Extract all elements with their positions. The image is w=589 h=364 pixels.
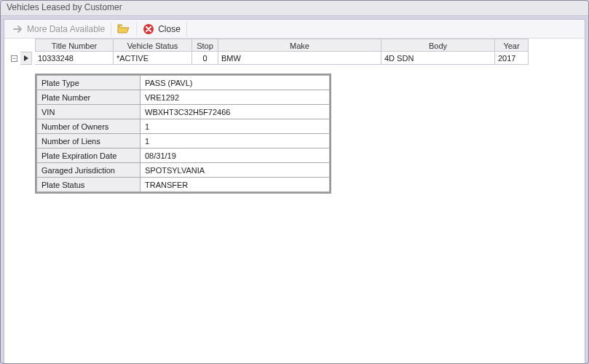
close-icon — [143, 23, 154, 35]
folder-open-icon — [117, 24, 130, 34]
cell-stop: 0 — [192, 52, 218, 65]
vehicle-details-panel: Plate Type PASS (PAVL) Plate Number VRE1… — [35, 74, 331, 194]
arrow-right-icon — [13, 25, 23, 33]
toolbar: More Data Available Close — [4, 20, 585, 39]
detail-row: Plate Expiration Date 08/31/19 — [37, 149, 330, 163]
cell-vehicle-status: *ACTIVE — [114, 52, 192, 65]
col-stop[interactable]: Stop — [192, 39, 218, 52]
detail-row: Garaged Jurisdiction SPOTSYLVANIA — [37, 163, 330, 178]
more-data-label: More Data Available — [27, 24, 105, 34]
title-bar: Vehicles Leased by Customer — [1, 1, 588, 16]
detail-row: Plate Number VRE1292 — [37, 90, 330, 105]
col-vehicle-status[interactable]: Vehicle Status — [114, 39, 192, 52]
detail-row: Plate Type PASS (PAVL) — [37, 76, 330, 90]
more-data-button[interactable]: More Data Available — [7, 22, 111, 36]
col-year[interactable]: Year — [495, 39, 529, 52]
detail-value: TRANSFER — [141, 178, 330, 192]
cell-body: 4D SDN — [382, 52, 495, 65]
close-label: Close — [158, 24, 181, 34]
details-table: Plate Type PASS (PAVL) Plate Number VRE1… — [36, 75, 330, 192]
content-pane: More Data Available Close Title Number V… — [4, 19, 585, 364]
detail-label: Plate Number — [37, 90, 141, 105]
cell-make: BMW — [218, 52, 382, 65]
detail-value: 1 — [141, 119, 330, 134]
col-title-number[interactable]: Title Number — [35, 39, 114, 52]
open-folder-button[interactable] — [111, 22, 137, 36]
detail-label: VIN — [37, 105, 141, 119]
row-pointer-icon — [24, 55, 28, 61]
detail-value: SPOTSYLVANIA — [141, 163, 330, 178]
detail-label: Number of Liens — [37, 134, 141, 149]
grid-data-row[interactable]: − 10333248 *ACTIVE 0 BMW 4D SDN 2017 — [10, 52, 585, 65]
vehicle-grid: Title Number Vehicle Status Stop Make Bo… — [4, 39, 585, 195]
col-make[interactable]: Make — [218, 39, 382, 52]
detail-row: Number of Owners 1 — [37, 119, 330, 134]
detail-value: 08/31/19 — [141, 149, 330, 163]
window-title: Vehicles Leased by Customer — [7, 2, 122, 12]
close-button[interactable]: Close — [137, 21, 187, 37]
collapse-toggle[interactable]: − — [11, 55, 17, 62]
detail-label: Plate Status — [37, 178, 141, 192]
detail-row: VIN WBXHT3C32H5F72466 — [37, 105, 330, 119]
detail-value: WBXHT3C32H5F72466 — [141, 105, 330, 119]
detail-label: Number of Owners — [37, 119, 141, 134]
row-selector[interactable] — [20, 52, 32, 65]
detail-label: Garaged Jurisdiction — [37, 163, 141, 178]
detail-label: Plate Type — [37, 76, 141, 90]
detail-row: Number of Liens 1 — [37, 134, 330, 149]
detail-label: Plate Expiration Date — [37, 149, 141, 163]
detail-value: PASS (PAVL) — [141, 76, 330, 90]
grid-header-row: Title Number Vehicle Status Stop Make Bo… — [35, 39, 585, 52]
detail-value: VRE1292 — [141, 90, 330, 105]
col-body[interactable]: Body — [382, 39, 495, 52]
cell-year: 2017 — [495, 52, 529, 65]
detail-value: 1 — [141, 134, 330, 149]
row-handle: − — [10, 52, 35, 65]
detail-row: Plate Status TRANSFER — [37, 178, 330, 192]
cell-title-number: 10333248 — [35, 52, 114, 65]
